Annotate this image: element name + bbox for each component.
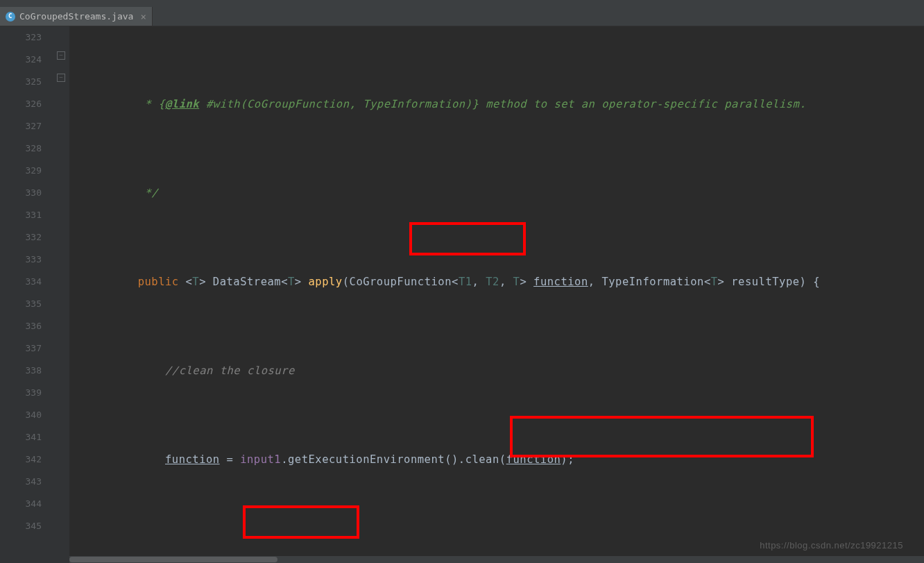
- highlight-box: [243, 505, 359, 539]
- line-number: 324: [0, 49, 42, 71]
- code-line[interactable]: //clean the closure: [83, 360, 924, 382]
- line-number: 345: [0, 515, 42, 537]
- editor-area: 3233243253263273283293303313323333343353…: [0, 26, 924, 563]
- line-number: 325: [0, 71, 42, 93]
- line-number: 336: [0, 315, 42, 337]
- line-number: 340: [0, 404, 42, 426]
- tab-filename: CoGroupedStreams.java: [19, 11, 133, 22]
- line-number: 329: [0, 160, 42, 182]
- line-number: 338: [0, 360, 42, 382]
- line-number-gutter: 3233243253263273283293303313323333343353…: [0, 26, 55, 563]
- line-number: 343: [0, 471, 42, 493]
- fold-gutter: – –: [55, 26, 69, 563]
- line-number: 344: [0, 493, 42, 515]
- close-icon[interactable]: ×: [140, 11, 146, 22]
- line-number: 341: [0, 426, 42, 448]
- line-number: 331: [0, 204, 42, 226]
- code-area[interactable]: * {@link #with(CoGroupFunction, TypeInfo…: [69, 26, 924, 563]
- top-bar: [0, 0, 924, 7]
- fold-expand-icon[interactable]: –: [57, 74, 65, 82]
- line-number: 339: [0, 382, 42, 404]
- code-line[interactable]: function = input1.getExecutionEnvironmen…: [83, 448, 924, 471]
- line-number: 327: [0, 115, 42, 137]
- line-number: 337: [0, 337, 42, 360]
- scrollbar-thumb[interactable]: [69, 557, 277, 562]
- java-class-icon: [6, 12, 15, 22]
- code-line[interactable]: public <T> DataStream<T> apply(CoGroupFu…: [83, 271, 924, 293]
- line-number: 328: [0, 137, 42, 160]
- line-number: 333: [0, 249, 42, 271]
- line-number: 326: [0, 93, 42, 115]
- watermark-text: https://blog.csdn.net/zc19921215: [760, 540, 903, 551]
- line-number: 335: [0, 293, 42, 315]
- line-number: 342: [0, 448, 42, 471]
- code-line[interactable]: */: [83, 182, 924, 204]
- highlight-box: [409, 222, 526, 255]
- line-number: 323: [0, 26, 42, 49]
- line-number: 330: [0, 182, 42, 204]
- horizontal-scrollbar[interactable]: [69, 556, 924, 563]
- editor-tabs-bar: CoGroupedStreams.java ×: [0, 7, 924, 26]
- code-line[interactable]: * {@link #with(CoGroupFunction, TypeInfo…: [83, 93, 924, 115]
- line-number: 332: [0, 226, 42, 249]
- line-number: 334: [0, 271, 42, 293]
- fold-collapse-icon[interactable]: –: [57, 51, 65, 60]
- editor-tab[interactable]: CoGroupedStreams.java ×: [0, 7, 153, 26]
